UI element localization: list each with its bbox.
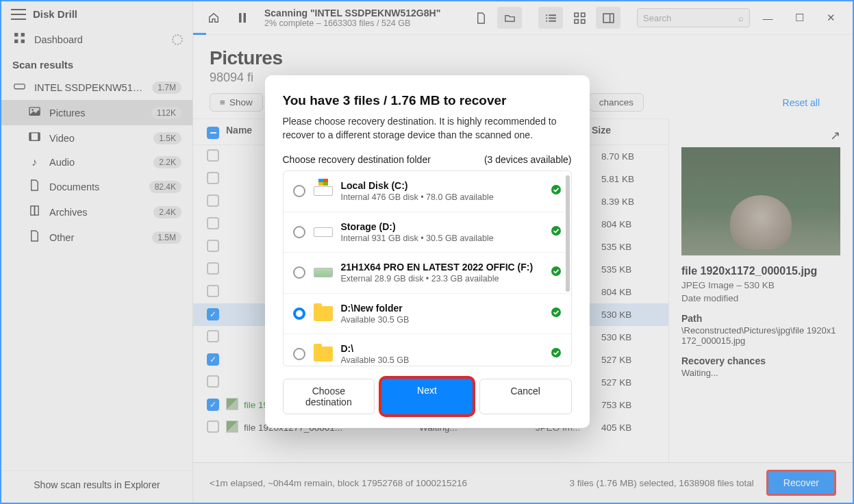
row-checkbox[interactable] bbox=[207, 375, 219, 388]
row-checkbox[interactable] bbox=[207, 240, 219, 252]
scrollbar[interactable] bbox=[566, 175, 570, 292]
recovery-destination-modal: You have 3 files / 1.76 MB to recover Pl… bbox=[265, 75, 590, 428]
app-title: Disk Drill bbox=[33, 8, 77, 20]
svg-rect-13 bbox=[244, 13, 247, 23]
open-external-icon[interactable]: ↗ bbox=[830, 128, 840, 143]
sidebar-item-dashboard[interactable]: Dashboard bbox=[1, 27, 192, 52]
next-button[interactable]: Next bbox=[381, 379, 473, 414]
hamburger-icon[interactable] bbox=[11, 9, 26, 20]
destination-option[interactable]: 21H1X64 PRO EN LATEST 2022 OFFIC (F:) Ex… bbox=[284, 253, 571, 293]
col-size[interactable]: Size bbox=[592, 125, 655, 139]
row-checkbox[interactable] bbox=[207, 353, 219, 366]
search-input[interactable]: Search ⌕ bbox=[637, 8, 750, 27]
document-icon bbox=[27, 179, 41, 194]
count-badge: 82.4K bbox=[149, 181, 181, 193]
destination-option[interactable]: Storage (D:) Internal 931 GB disk • 30.5… bbox=[284, 212, 571, 253]
svg-rect-12 bbox=[239, 13, 242, 23]
home-button[interactable] bbox=[201, 7, 226, 29]
filter-show[interactable]: ≡ Show bbox=[210, 93, 263, 112]
modal-choose-label: Choose recovery destination folder bbox=[283, 154, 431, 165]
destination-option[interactable]: D:\ Available 30.5 GB bbox=[284, 334, 571, 366]
sidebar-item-label: INTEL SSDPEKNW512G... bbox=[34, 82, 144, 93]
preview-path: \Reconstructed\Pictures\jpg\file 1920x11… bbox=[681, 325, 840, 346]
modal-subtitle: Please choose recovery destination. It i… bbox=[283, 115, 572, 142]
row-checkbox[interactable] bbox=[207, 172, 219, 184]
row-checkbox[interactable] bbox=[207, 262, 219, 275]
file-size: 527 KB bbox=[601, 377, 655, 388]
sidebar-item-label: Pictures bbox=[49, 108, 143, 118]
radio-button[interactable] bbox=[293, 348, 305, 360]
loading-icon bbox=[172, 34, 183, 45]
count-badge: 1.5K bbox=[153, 132, 181, 144]
svg-rect-22 bbox=[575, 19, 578, 23]
page-title: Pictures bbox=[210, 47, 836, 69]
svg-rect-3 bbox=[21, 40, 24, 43]
search-icon: ⌕ bbox=[738, 13, 744, 23]
row-checkbox[interactable] bbox=[207, 330, 219, 342]
svg-point-30 bbox=[551, 348, 561, 357]
radio-button[interactable] bbox=[293, 307, 305, 320]
cancel-button[interactable]: Cancel bbox=[479, 379, 572, 414]
count-badge: 2.4K bbox=[153, 206, 181, 218]
row-checkbox[interactable] bbox=[207, 217, 219, 229]
radio-button[interactable] bbox=[293, 226, 305, 238]
sidebar-item-video[interactable]: Video 1.5K bbox=[1, 125, 192, 151]
grid-view-button[interactable] bbox=[567, 7, 592, 29]
file-size: 530 KB bbox=[601, 310, 655, 320]
row-checkbox[interactable] bbox=[207, 399, 219, 411]
usb-drive-icon bbox=[314, 268, 333, 277]
destination-option[interactable]: Local Disk (C:) Internal 476 GB disk • 7… bbox=[284, 171, 571, 212]
svg-rect-24 bbox=[603, 14, 614, 23]
sidebar-item-label: Archives bbox=[49, 207, 145, 218]
sidebar-item-audio[interactable]: ♪ Audio 2.2K bbox=[1, 151, 192, 174]
pause-button[interactable] bbox=[230, 7, 255, 29]
recover-button[interactable]: Recover bbox=[766, 470, 836, 496]
svg-point-28 bbox=[551, 266, 561, 276]
file-button[interactable] bbox=[468, 7, 493, 29]
sidebar: Disk Drill Dashboard Scan results INTEL … bbox=[1, 1, 193, 503]
row-checkbox[interactable] bbox=[207, 420, 219, 433]
scan-subtitle: 2% complete – 1663303 files / 524 GB bbox=[264, 18, 464, 28]
sidebar-item-label: Dashboard bbox=[34, 34, 181, 45]
sidebar-item-other[interactable]: Other 1.5M bbox=[1, 225, 192, 250]
audio-icon: ♪ bbox=[27, 156, 41, 168]
row-checkbox[interactable] bbox=[207, 149, 219, 162]
row-checkbox[interactable] bbox=[207, 308, 219, 320]
row-checkbox[interactable] bbox=[207, 194, 219, 207]
select-all-checkbox[interactable] bbox=[207, 127, 219, 139]
list-view-button[interactable] bbox=[538, 7, 563, 29]
file-size: 8.70 KB bbox=[601, 151, 655, 162]
reset-all-link[interactable]: Reset all bbox=[783, 97, 820, 108]
destination-name: Storage (D:) bbox=[341, 220, 542, 233]
topbar: Scanning "INTEL SSDPEKNW512G8H" 2% compl… bbox=[193, 1, 853, 35]
destination-option[interactable]: D:\New folder Available 30.5 GB bbox=[284, 294, 571, 334]
row-checkbox[interactable] bbox=[207, 285, 219, 297]
panel-view-button[interactable] bbox=[596, 7, 620, 29]
radio-button[interactable] bbox=[293, 185, 305, 197]
sidebar-item-label: Audio bbox=[49, 157, 145, 168]
sidebar-item-device[interactable]: INTEL SSDPEKNW512G... 1.7M bbox=[1, 75, 192, 100]
sidebar-item-pictures[interactable]: Pictures 112K bbox=[1, 100, 192, 125]
search-placeholder: Search bbox=[643, 13, 671, 23]
file-size: 804 KB bbox=[601, 219, 655, 229]
show-in-explorer-button[interactable]: Show scan results in Explorer bbox=[1, 470, 192, 503]
radio-button[interactable] bbox=[293, 266, 305, 279]
minimize-button[interactable]: — bbox=[754, 12, 781, 24]
preview-chances: Waiting... bbox=[681, 368, 840, 378]
sidebar-section-scan-results: Scan results bbox=[1, 52, 192, 75]
svg-point-29 bbox=[551, 307, 561, 317]
svg-rect-20 bbox=[575, 13, 578, 16]
filter-chances[interactable]: chances bbox=[589, 93, 644, 112]
drive-icon bbox=[314, 227, 333, 237]
preview-image bbox=[681, 147, 840, 255]
scan-progress-bar bbox=[193, 33, 206, 35]
check-ok-icon bbox=[551, 225, 562, 239]
close-button[interactable]: ✕ bbox=[817, 12, 844, 24]
sidebar-item-archives[interactable]: Archives 2.4K bbox=[1, 199, 192, 225]
count-badge: 112K bbox=[151, 107, 181, 119]
check-ok-icon bbox=[551, 184, 562, 198]
choose-destination-button[interactable]: Choose destination bbox=[283, 379, 375, 414]
maximize-button[interactable]: ☐ bbox=[786, 12, 813, 24]
sidebar-item-documents[interactable]: Documents 82.4K bbox=[1, 174, 192, 199]
folder-button[interactable] bbox=[497, 7, 522, 29]
